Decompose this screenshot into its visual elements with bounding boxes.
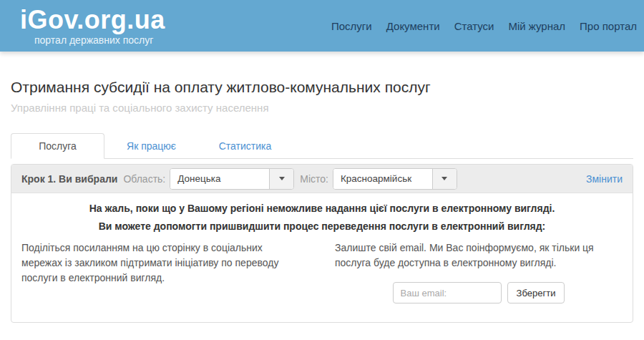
change-link[interactable]: Змінити	[586, 173, 623, 185]
main-nav: Послуги Документи Статуси Мій журнал Про…	[317, 20, 637, 32]
email-column: Залиште свій email. Ми Вас поінформуємо,…	[322, 241, 633, 303]
notice-help: Ви можете допомогти пришвидшити процес п…	[11, 220, 633, 232]
panel-body: На жаль, поки що у Вашому регіоні неможл…	[11, 193, 633, 322]
email-form: Зберегти	[335, 282, 623, 303]
service-panel: Крок 1. Ви вибрали Область: Донецька Міс…	[11, 164, 633, 323]
chevron-down-icon	[441, 177, 447, 180]
city-dropdown-toggle[interactable]	[432, 169, 457, 189]
region-dropdown-value: Донецька	[170, 169, 269, 189]
notice-unavailable: На жаль, поки що у Вашому регіоні неможл…	[11, 203, 633, 214]
share-text: Поділіться посиланням на цю сторінку в с…	[21, 241, 301, 286]
region-label: Область:	[123, 173, 165, 185]
page-title: Отримання субсидії на оплату житлово-ком…	[11, 79, 633, 96]
region-dropdown[interactable]: Донецька	[170, 168, 294, 190]
chevron-down-icon	[279, 177, 285, 180]
nav-item-statuses[interactable]: Статуси	[454, 20, 494, 32]
tab-service[interactable]: Послуга	[11, 133, 104, 159]
city-dropdown[interactable]: Красноармійськ	[333, 168, 457, 190]
site-logo[interactable]: iGov.org.ua портал державних послуг	[20, 7, 165, 45]
region-dropdown-toggle[interactable]	[269, 169, 293, 189]
tabs-bar: Послуга Як працює Статистика	[11, 132, 633, 159]
nav-item-documents[interactable]: Документи	[386, 20, 440, 32]
save-button[interactable]: Зберегти	[507, 282, 565, 303]
tab-how-it-works[interactable]: Як працює	[104, 133, 198, 159]
share-column: Поділіться посиланням на цю сторінку в с…	[11, 241, 322, 303]
email-text: Залиште свій email. Ми Вас поінформуємо,…	[335, 241, 623, 271]
city-dropdown-value: Красноармійськ	[333, 169, 432, 189]
nav-item-services[interactable]: Послуги	[331, 20, 372, 32]
help-columns: Поділіться посиланням на цю сторінку в с…	[11, 241, 633, 303]
step-bar: Крок 1. Ви вибрали Область: Донецька Міс…	[11, 165, 633, 193]
city-label: Місто:	[300, 173, 328, 185]
tab-statistics[interactable]: Статистика	[198, 133, 292, 159]
email-input[interactable]	[393, 282, 502, 303]
nav-item-my-journal[interactable]: Мій журнал	[508, 20, 565, 32]
site-header: iGov.org.ua портал державних послуг Посл…	[0, 0, 644, 52]
step-label: Крок 1. Ви вибрали	[21, 173, 117, 185]
page-subtitle: Управління праці та соціального захисту …	[11, 102, 633, 114]
logo-title: iGov.org.ua	[20, 7, 165, 33]
nav-item-about[interactable]: Про портал	[580, 20, 637, 32]
logo-tagline: портал державних послуг	[34, 35, 165, 45]
